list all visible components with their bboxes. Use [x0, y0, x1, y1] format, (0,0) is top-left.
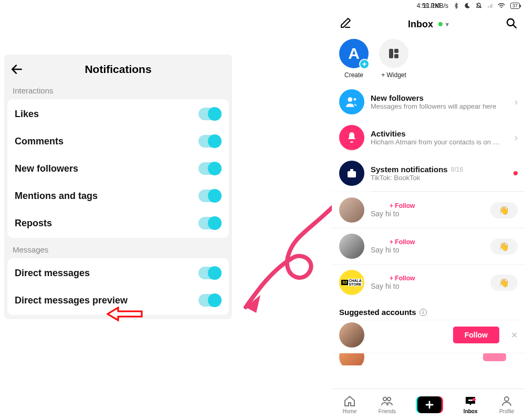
inbox-row-new-followers[interactable]: New followers Messages from followers wi…	[332, 84, 525, 120]
wave-button[interactable]: 👋	[490, 238, 518, 255]
avatar	[339, 322, 364, 348]
widget-label: + Widget	[381, 71, 406, 79]
compose-button[interactable]	[339, 17, 352, 32]
row-title: System notifications	[371, 165, 448, 174]
tab-home[interactable]: Home	[343, 395, 357, 414]
follow-button[interactable]: Follow	[453, 327, 499, 343]
search-button[interactable]	[505, 17, 518, 32]
wave-button[interactable]: 👋	[490, 202, 518, 218]
row-direct-messages[interactable]: Direct messages	[7, 259, 229, 287]
dm-suggestion-row[interactable]: + Follow Say hi to 👋	[332, 228, 525, 264]
status-time: 4:59 PM	[417, 2, 440, 9]
svg-rect-11	[350, 169, 353, 172]
unread-dot-icon	[513, 171, 518, 175]
svg-point-17	[505, 397, 509, 401]
dm-suggestion-row[interactable]: + Follow Say hi to 👋	[332, 192, 525, 228]
svg-point-12	[383, 397, 386, 401]
row-label: Mentions and tags	[15, 191, 98, 202]
row-comments[interactable]: Comments	[7, 128, 229, 155]
row-label: Comments	[15, 136, 64, 147]
toggle-mentions[interactable]	[198, 190, 222, 202]
avatar-self: A +	[339, 39, 369, 68]
suggested-account-row[interactable]: Follow ✕	[332, 320, 525, 353]
page-title: Notifications	[25, 63, 211, 76]
tab-create[interactable]	[417, 396, 442, 413]
toggle-dm-preview[interactable]	[198, 294, 222, 307]
svg-rect-16	[468, 400, 472, 401]
row-label: Likes	[15, 109, 39, 120]
chevron-down-icon: ▾	[446, 21, 449, 28]
tab-profile[interactable]: Profile	[499, 395, 514, 414]
svg-point-8	[348, 97, 352, 102]
svg-point-13	[387, 397, 391, 401]
create-label: Create	[344, 71, 363, 79]
row-label: Reposts	[15, 218, 52, 229]
say-hi-label: Say hi to	[371, 209, 484, 218]
svg-rect-6	[394, 49, 398, 53]
section-header-messages: Messages	[4, 238, 232, 258]
inbox-row-activities[interactable]: Activities Hicham Atmani from your conta…	[332, 120, 525, 155]
online-dot-icon	[438, 22, 443, 26]
svg-point-9	[354, 98, 356, 101]
svg-rect-5	[389, 49, 393, 58]
row-new-followers[interactable]: New followers	[7, 155, 229, 182]
say-hi-label: Say hi to	[371, 282, 484, 290]
arrow-left-icon	[10, 62, 24, 76]
toggle-comments[interactable]	[198, 135, 222, 148]
add-widget-button[interactable]: + Widget	[379, 39, 408, 79]
toggle-likes[interactable]	[198, 108, 222, 120]
follow-tag[interactable]: + Follow	[390, 202, 415, 209]
tab-friends[interactable]: Friends	[379, 395, 396, 414]
follow-tag[interactable]: + Follow	[390, 238, 415, 246]
annotation-arrow-red	[105, 303, 147, 324]
avatar	[339, 234, 364, 259]
inbox-header: Inbox ▾	[332, 9, 525, 35]
svg-line-4	[513, 25, 516, 28]
plus-badge-icon: +	[359, 59, 370, 69]
row-reposts[interactable]: Reposts	[7, 209, 229, 237]
signal-icon: ₊ıl	[487, 3, 492, 9]
suggested-account-row[interactable]	[332, 353, 525, 365]
row-title: New followers	[371, 93, 508, 102]
profile-icon	[500, 395, 513, 407]
plus-icon	[417, 396, 442, 413]
row-mentions[interactable]: Mentions and tags	[7, 182, 229, 209]
status-bar: 4:59 PM 11.1KB/s ₊ıl 37	[332, 0, 525, 9]
inbox-row-system[interactable]: System notifications 8/16 TikTok: BookTo…	[332, 155, 525, 191]
settings-header: Notifications	[4, 55, 232, 79]
toggle-new-followers[interactable]	[198, 162, 222, 175]
inbox-title[interactable]: Inbox ▾	[408, 19, 449, 30]
svg-rect-7	[394, 54, 398, 58]
tab-inbox[interactable]: Inbox	[464, 395, 478, 414]
info-icon[interactable]: i	[419, 309, 427, 316]
inbox-icon	[464, 395, 477, 407]
follow-tag[interactable]: + Follow	[390, 275, 415, 282]
say-hi-label: Say hi to	[371, 246, 484, 254]
dm-suggestion-row[interactable]: 32CHALA STORE + Follow Say hi to 👋	[332, 264, 525, 300]
toggle-reposts[interactable]	[198, 217, 222, 229]
friends-icon	[381, 395, 393, 407]
row-label: New followers	[15, 163, 78, 174]
dismiss-button[interactable]: ✕	[511, 330, 518, 340]
inbox-panel: 4:59 PM 11.1KB/s ₊ıl 37 Inbox ▾ A + Crea	[332, 0, 525, 420]
bluetooth-icon	[454, 3, 459, 9]
home-icon	[343, 395, 356, 407]
chevron-right-icon: ›	[514, 97, 518, 108]
row-date: 8/16	[451, 166, 463, 173]
svg-rect-10	[348, 171, 356, 177]
chevron-right-icon: ›	[514, 132, 518, 143]
wave-button[interactable]: 👋	[490, 275, 518, 291]
avatar	[339, 197, 364, 223]
avatar: 32CHALA STORE	[339, 270, 364, 295]
row-subtitle: TikTok: BookTok	[371, 174, 507, 182]
back-button[interactable]	[8, 61, 25, 78]
create-story-button[interactable]: A + Create	[339, 39, 369, 79]
row-likes[interactable]: Likes	[7, 100, 229, 128]
moon-icon	[464, 3, 470, 9]
notifications-settings-panel: Notifications Interactions Likes Comment…	[4, 55, 232, 319]
bottom-tab-bar: Home Friends Inbox Profile	[332, 388, 525, 420]
svg-marker-1	[108, 308, 142, 320]
toggle-direct-messages[interactable]	[198, 267, 222, 279]
follow-button[interactable]	[483, 353, 506, 361]
activities-icon	[339, 125, 364, 150]
